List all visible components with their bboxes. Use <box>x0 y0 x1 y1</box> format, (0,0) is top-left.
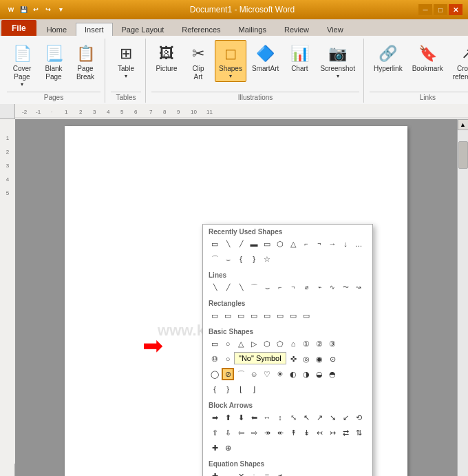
line-squig[interactable]: 〜 <box>339 281 352 293</box>
ba-b5[interactable]: ↠ <box>261 426 273 439</box>
shape-rect[interactable]: ▭ <box>209 238 221 250</box>
ba-dl[interactable]: ↙ <box>339 411 352 424</box>
eq-nequal[interactable]: ≠ <box>274 470 286 476</box>
redo-quick-btn[interactable]: ↪ <box>43 4 54 15</box>
ba-curve[interactable]: ⟲ <box>352 411 365 424</box>
basic-d1[interactable]: ① <box>300 338 312 350</box>
line-diag3[interactable]: ╲ <box>235 281 247 293</box>
page-break-button[interactable]: 📋 PageBreak <box>70 40 100 84</box>
shape-star[interactable]: ☆ <box>261 253 273 265</box>
shape-corn2[interactable]: ¬ <box>313 238 326 250</box>
ba-b9[interactable]: ↢ <box>313 426 326 439</box>
table-button[interactable]: ⊞ Table ▾ <box>111 40 141 82</box>
shape-bar[interactable]: ▬ <box>248 238 260 250</box>
tab-mailings[interactable]: Mailings <box>230 23 275 36</box>
rect-5[interactable]: ▭ <box>261 309 273 322</box>
basic-rect[interactable]: ▭ <box>209 338 221 350</box>
vertical-scrollbar[interactable]: ▲ <box>457 119 468 476</box>
basic-cyl[interactable]: ⑩ <box>209 353 221 365</box>
basic-oval[interactable]: ○ <box>222 353 234 365</box>
quick-access-toolbar[interactable]: W 💾 ↩ ↪ ▾ <box>6 4 66 15</box>
chart-button[interactable]: 📊 Chart <box>284 40 315 76</box>
basic-moon2[interactable]: ◑ <box>300 368 312 380</box>
line-spiral[interactable]: ↝ <box>352 281 365 293</box>
ba-b12[interactable]: ⇅ <box>352 426 365 439</box>
eq-minus[interactable]: − <box>222 470 234 476</box>
shape-line1[interactable]: ╲ <box>222 238 234 250</box>
tab-page-layout[interactable]: Page Layout <box>113 23 173 36</box>
eq-plus[interactable]: ✚ <box>209 470 221 476</box>
basic-d2[interactable]: ② <box>313 338 326 350</box>
shape-dots[interactable]: … <box>352 238 365 250</box>
clip-art-button[interactable]: ✂ ClipArt <box>183 40 213 84</box>
ba-b6[interactable]: ↞ <box>274 426 286 439</box>
ba-right[interactable]: ➡ <box>209 411 221 424</box>
shape-arc1[interactable]: ⌒ <box>209 253 221 265</box>
basic-bracket-r[interactable]: ⌋ <box>248 383 260 395</box>
basic-moon1[interactable]: ◐ <box>287 368 299 380</box>
eq-equal[interactable]: = <box>261 470 273 476</box>
ba-left[interactable]: ⬅ <box>248 411 260 424</box>
scroll-up-arrow[interactable]: ▲ <box>458 119 469 130</box>
rect-6[interactable]: ▭ <box>274 309 286 322</box>
shape-rect2[interactable]: ▭ <box>261 238 273 250</box>
basic-sun[interactable]: ☀ <box>274 368 286 380</box>
ba-b8[interactable]: ↡ <box>300 426 312 439</box>
cover-page-button[interactable]: 📄 CoverPage ▾ <box>7 40 37 90</box>
rect-1[interactable]: ▭ <box>209 309 221 322</box>
cross-reference-button[interactable]: ↗ Cross-reference <box>449 40 468 84</box>
minimize-button[interactable]: ─ <box>418 4 432 15</box>
rect-4[interactable]: ▭ <box>248 309 260 322</box>
tab-references[interactable]: References <box>173 23 229 36</box>
document-area[interactable]: www.kusnadar.web.id ➡ Recently Used Shap… <box>15 119 457 476</box>
rect-7[interactable]: ▭ <box>287 309 299 322</box>
ba-b2[interactable]: ⇩ <box>222 426 234 439</box>
hyperlink-button[interactable]: 🔗 Hyperlink <box>370 40 407 76</box>
window-controls[interactable]: ─ □ ✕ <box>418 4 462 15</box>
line-diag2[interactable]: ╱ <box>222 281 234 293</box>
shapes-button[interactable]: ◻ Shapes ▾ <box>215 40 246 82</box>
line-wave[interactable]: ∿ <box>326 281 339 293</box>
line-diag1[interactable]: ╲ <box>209 281 221 293</box>
basic-targ2[interactable]: ◉ <box>313 353 326 365</box>
ba-lr[interactable]: ↔ <box>261 411 273 424</box>
line-bend3[interactable]: ⌀ <box>300 281 312 293</box>
smartart-button[interactable]: 🔷 SmartArt <box>248 40 283 76</box>
basic-targ3[interactable]: ⊙ <box>326 353 339 365</box>
basic-moon3[interactable]: ◒ <box>313 368 326 380</box>
basic-d3[interactable]: ③ <box>326 338 339 350</box>
blank-page-button[interactable]: 📃 BlankPage <box>39 40 69 84</box>
basic-crescent[interactable]: ◯ <box>209 368 221 380</box>
rect-3[interactable]: ▭ <box>235 309 247 322</box>
line-bend1[interactable]: ⌐ <box>274 281 286 293</box>
basic-brace-l[interactable]: { <box>209 383 221 395</box>
shape-corn[interactable]: ⌐ <box>300 238 312 250</box>
basic-house[interactable]: ⌂ <box>287 338 299 350</box>
shape-arr-r[interactable]: → <box>326 238 339 250</box>
basic-hex[interactable]: ⬡ <box>261 338 273 350</box>
ba-ud[interactable]: ↕ <box>274 411 286 424</box>
basic-circle[interactable]: ○ <box>222 338 234 350</box>
basic-bracket-l[interactable]: ⌊ <box>235 383 247 395</box>
shape-tri[interactable]: △ <box>287 238 299 250</box>
picture-button[interactable]: 🖼 Picture <box>151 40 182 76</box>
line-curve2[interactable]: ⌣ <box>261 281 273 293</box>
no-symbol-shape[interactable]: ⊘ <box>222 368 234 380</box>
ba-plus[interactable]: ✚ <box>209 442 221 454</box>
basic-oct[interactable]: ⬠ <box>274 338 286 350</box>
ba-ur[interactable]: ↗ <box>313 411 326 424</box>
basic-wave[interactable]: ⌒ <box>235 368 247 380</box>
ba-b3[interactable]: ⇦ <box>235 426 247 439</box>
ba-ul[interactable]: ↖ <box>300 411 312 424</box>
tab-review[interactable]: Review <box>275 23 318 36</box>
ba-b11[interactable]: ⇄ <box>339 426 352 439</box>
shapes-dropdown[interactable]: Recently Used Shapes ▭ ╲ ╱ ▬ ▭ ⬡ △ ⌐ ¬ →… <box>202 224 373 476</box>
rect-2[interactable]: ▭ <box>222 309 234 322</box>
ba-b1[interactable]: ⇧ <box>209 426 221 439</box>
scroll-thumb[interactable] <box>458 141 468 169</box>
line-bend2[interactable]: ¬ <box>287 281 299 293</box>
basic-tri[interactable]: △ <box>235 338 247 350</box>
tab-insert[interactable]: Insert <box>76 23 113 36</box>
basic-targ[interactable]: ◎ <box>300 353 312 365</box>
ba-b7[interactable]: ↟ <box>287 426 299 439</box>
